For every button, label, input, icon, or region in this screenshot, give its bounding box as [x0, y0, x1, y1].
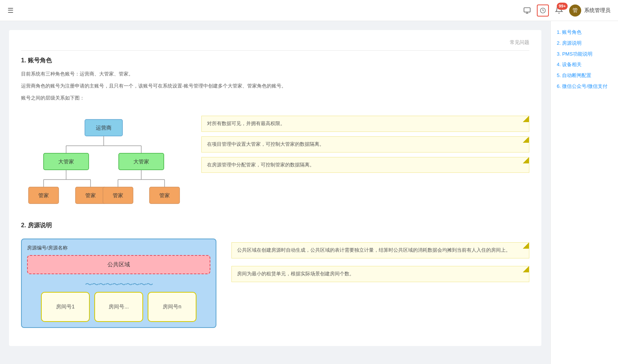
section-account-role: 1. 账号角色 目前系统有三种角色账号：运营商、大管家、管家。 运营商角色的账号… [21, 57, 529, 210]
section1-desc3: 账号之间的层级关系如下图： [21, 93, 529, 103]
public-area: 公共区域 [27, 255, 210, 274]
header: ☰ 99+ 管 系统管理员 [0, 0, 618, 21]
toc-item-6: 6. 微信公众号/微信支付 [557, 83, 612, 91]
org-chart-svg: 运营商 大管家 大管家 [21, 112, 186, 210]
username: 系统管理员 [584, 7, 610, 14]
header-right: 99+ 管 系统管理员 [523, 5, 610, 17]
toc-link-4[interactable]: 4. 设备相关 [557, 62, 582, 67]
clock-icon [540, 8, 546, 14]
house-note-1: 公共区域在创建房源时自动生成，公共区域的表计需要独立计量，结算时公共区域的消耗数… [231, 242, 529, 258]
content-card: 常见问题 1. 账号角色 目前系统有三种角色账号：运营商、大管家、管家。 运营商… [9, 30, 541, 346]
svg-text:运营商: 运营商 [96, 125, 112, 131]
house-box-title: 房源编号/房源名称 [27, 245, 210, 251]
section2-title: 2. 房源说明 [21, 222, 529, 230]
room-box-1: 房间号1 [41, 292, 90, 322]
notification-badge: 99+ [557, 3, 568, 10]
toc-link-1[interactable]: 1. 账号角色 [557, 29, 582, 35]
toc-item-1: 1. 账号角色 [557, 29, 612, 36]
section1-desc1: 目前系统有三种角色账号：运营商、大管家、管家。 [21, 69, 529, 79]
room-box-2: 房间号... [94, 292, 143, 322]
menu-icon[interactable]: ☰ [8, 6, 14, 15]
rooms-row: 房间号1 房间号... 房间号n [27, 292, 210, 322]
svg-rect-0 [524, 8, 530, 12]
toc-item-2: 2. 房源说明 [557, 39, 612, 47]
monitor-icon [523, 7, 531, 14]
avatar: 管 [569, 5, 581, 17]
toc-item-5: 5. 自动断闸配置 [557, 72, 612, 80]
toc-link-5[interactable]: 5. 自动断闸配置 [557, 72, 591, 78]
org-chart-area: 运营商 大管家 大管家 [21, 112, 529, 210]
house-box: 房源编号/房源名称 公共区域 〜〜〜〜〜〜〜〜〜〜 房间号1 [21, 239, 216, 328]
notification-button[interactable]: 99+ [555, 6, 563, 15]
toc-list: 1. 账号角色 2. 房源说明 3. PMS功能说明 4. 设备相关 5. 自动… [557, 29, 612, 91]
svg-text:管家: 管家 [85, 192, 96, 198]
org-note-3: 在房源管理中分配管家，可控制管家的数据隔离。 [201, 157, 529, 173]
svg-text:管家: 管家 [113, 192, 123, 198]
section-house-desc: 2. 房源说明 房源编号/房源名称 公共区域 〜〜〜〜〜〜〜〜〜〜 [21, 222, 529, 328]
house-diagram: 房源编号/房源名称 公共区域 〜〜〜〜〜〜〜〜〜〜 房间号1 [21, 239, 216, 328]
house-notes: 公共区域在创建房源时自动生成，公共区域的表计需要独立计量，结算时公共区域的消耗数… [231, 239, 529, 282]
org-note-2: 在项目管理中设置大管家，可控制大管家的数据隔离。 [201, 136, 529, 153]
org-chart: 运营商 大管家 大管家 [21, 112, 186, 210]
main-container: 常见问题 1. 账号角色 目前系统有三种角色账号：运营商、大管家、管家。 运营商… [0, 21, 618, 364]
section1-desc2: 运营商角色的账号为注册申请的主账号，且只有一个，该账号可在系统设置-账号管理中创… [21, 81, 529, 91]
toc-item-4: 4. 设备相关 [557, 61, 612, 69]
svg-text:大管家: 大管家 [58, 159, 74, 165]
right-sidebar: 1. 账号角色 2. 房源说明 3. PMS功能说明 4. 设备相关 5. 自动… [550, 21, 618, 364]
clock-button[interactable] [537, 5, 549, 17]
toc-link-3[interactable]: 3. PMS功能说明 [557, 51, 592, 57]
svg-text:管家: 管家 [38, 192, 49, 198]
toc-link-6[interactable]: 6. 微信公众号/微信支付 [557, 83, 607, 89]
faq-label: 常见问题 [21, 39, 529, 51]
org-notes: 对所有数据可见，并拥有最高权限。 在项目管理中设置大管家，可控制大管家的数据隔离… [201, 112, 529, 173]
toc-item-3: 3. PMS功能说明 [557, 50, 612, 58]
svg-text:管家: 管家 [159, 192, 170, 198]
svg-text:大管家: 大管家 [133, 159, 149, 165]
section1-title: 1. 账号角色 [21, 57, 529, 65]
room-box-3: 房间号n [148, 292, 196, 322]
house-diagram-area: 房源编号/房源名称 公共区域 〜〜〜〜〜〜〜〜〜〜 房间号1 [21, 239, 529, 328]
org-note-1: 对所有数据可见，并拥有最高权限。 [201, 116, 529, 132]
monitor-btn[interactable] [523, 7, 531, 14]
toc-link-2[interactable]: 2. 房源说明 [557, 40, 582, 46]
house-note-2: 房间为最小的租赁单元，根据实际场景创建房间个数。 [231, 266, 529, 282]
content-area: 常见问题 1. 账号角色 目前系统有三种角色账号：运营商、大管家、管家。 运营商… [0, 21, 550, 364]
wavy-connector: 〜〜〜〜〜〜〜〜〜〜 [27, 279, 210, 290]
header-left: ☰ [8, 6, 14, 15]
user-info[interactable]: 管 系统管理员 [569, 5, 610, 17]
